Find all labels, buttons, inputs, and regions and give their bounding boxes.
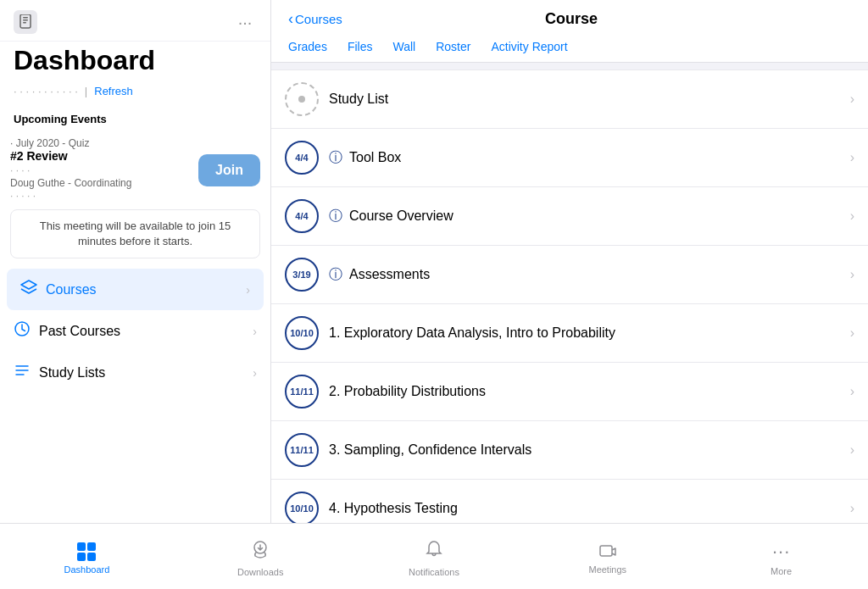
course-list: Study List › 4/4 ⓘ Tool Box › [271, 63, 868, 523]
tab-downloads-label: Downloads [237, 567, 283, 577]
sidebar-nav: Courses › Past Courses › [0, 265, 270, 397]
sidebar-header: ··· [0, 0, 270, 42]
refresh-row: · · · · · · · · · · · | Refresh [0, 83, 270, 104]
meetings-icon [598, 542, 617, 561]
hypothesis-badge: 10/10 [285, 492, 319, 523]
courses-chevron: › [246, 283, 250, 297]
past-courses-chevron: › [253, 325, 257, 338]
tool-box-chevron: › [850, 150, 854, 165]
sidebar-item-study-lists[interactable]: Study Lists › [0, 352, 270, 393]
sampling-badge: 11/11 [285, 433, 319, 467]
main-title: Course [359, 10, 783, 28]
sidebar-item-courses[interactable]: Courses › [7, 269, 264, 310]
exp-data-chevron: › [850, 325, 854, 341]
study-lists-label: Study Lists [39, 365, 105, 381]
assessments-badge: 3/19 [285, 258, 319, 292]
dashboard-title: Dashboard [0, 42, 270, 83]
event-info: · July 2020 - Quiz #2 Review · · · · Dou… [10, 137, 198, 203]
svg-rect-1 [23, 17, 28, 19]
past-courses-label: Past Courses [39, 324, 120, 339]
downloads-icon [251, 540, 270, 564]
list-item-study-list[interactable]: Study List › [271, 69, 868, 129]
assessments-chevron: › [850, 267, 854, 282]
tab-notifications-label: Notifications [409, 567, 459, 577]
sidebar-item-past-courses[interactable]: Past Courses › [0, 310, 270, 352]
study-list-chevron: › [850, 92, 854, 107]
study-list-badge [285, 82, 319, 116]
courses-icon [20, 279, 37, 300]
hypothesis-chevron: › [850, 501, 854, 516]
notifications-icon [425, 540, 443, 564]
tab-roster[interactable]: Roster [436, 35, 470, 62]
refresh-button[interactable]: Refresh [94, 85, 133, 97]
sidebar-app-icon [14, 10, 37, 34]
study-lists-icon [14, 362, 31, 383]
tab-more[interactable]: ··· More [694, 537, 868, 576]
tool-box-info-icon: ⓘ [329, 149, 342, 167]
auto-refresh-label: · · · · · · · · · · · [14, 85, 78, 97]
sidebar-more-icon[interactable]: ··· [233, 10, 257, 34]
svg-rect-19 [600, 546, 612, 556]
list-item-tool-box[interactable]: 4/4 ⓘ Tool Box › [271, 129, 868, 187]
tab-wall[interactable]: Wall [392, 35, 415, 62]
tab-notifications[interactable]: Notifications [348, 536, 521, 577]
list-item-hypothesis[interactable]: 10/10 4. Hypothesis Testing › [271, 480, 868, 523]
separator: | [85, 85, 87, 97]
back-chevron-icon: ‹ [288, 10, 293, 28]
event-row: · July 2020 - Quiz #2 Review · · · · Dou… [0, 137, 270, 206]
course-overview-info-icon: ⓘ [329, 208, 342, 225]
past-courses-icon [14, 320, 31, 342]
list-item-prob-dist[interactable]: 11/11 2. Probability Distributions › [271, 363, 868, 421]
event-dots: · · · · [10, 164, 198, 176]
exp-data-label: 1. Exploratory Data Analysis, Intro to P… [329, 325, 850, 341]
tab-more-label: More [771, 566, 792, 576]
nav-tabs: Grades Files Wall Roster Activity Report [288, 35, 851, 62]
hypothesis-label: 4. Hypothesis Testing [329, 501, 850, 516]
event-name: #2 Review [10, 149, 198, 163]
assessments-info-icon: ⓘ [329, 266, 342, 284]
sampling-chevron: › [850, 442, 854, 458]
tab-grades[interactable]: Grades [288, 35, 327, 62]
assessments-label: Assessments [349, 267, 850, 282]
list-item-assessments[interactable]: 3/19 ⓘ Assessments › [271, 246, 868, 304]
event-notice: This meeting will be available to join 1… [10, 209, 260, 258]
list-item-exp-data[interactable]: 10/10 1. Exploratory Data Analysis, Intr… [271, 304, 868, 363]
study-list-label: Study List [329, 92, 850, 107]
dashboard-icon [77, 542, 96, 561]
back-label: Courses [295, 12, 342, 26]
main-header-top: ‹ Courses Course [288, 0, 851, 35]
prob-dist-label: 2. Probability Distributions [329, 384, 850, 399]
svg-rect-2 [23, 19, 28, 21]
event-host: Doug Guthe - Coordinating [10, 177, 198, 189]
upcoming-events-section: Upcoming Events [0, 104, 270, 137]
tool-box-badge: 4/4 [285, 141, 319, 175]
join-button[interactable]: Join [198, 154, 260, 186]
exp-data-badge: 10/10 [285, 316, 319, 350]
back-button[interactable]: ‹ Courses [288, 10, 342, 28]
prob-dist-chevron: › [850, 384, 854, 399]
tab-bar: Dashboard Downloads Notifications M [0, 523, 868, 589]
prob-dist-badge: 11/11 [285, 375, 319, 408]
upcoming-events-title: Upcoming Events [14, 113, 257, 125]
tab-files[interactable]: Files [348, 35, 373, 62]
main-header: ‹ Courses Course Grades Files Wall Roste… [271, 0, 868, 63]
tab-dashboard[interactable]: Dashboard [0, 539, 174, 575]
tab-meetings-label: Meetings [588, 564, 626, 575]
study-lists-chevron: › [253, 366, 257, 380]
event-date: · July 2020 - Quiz [10, 137, 198, 149]
svg-rect-3 [23, 22, 26, 24]
tab-downloads[interactable]: Downloads [174, 536, 348, 577]
courses-label: Courses [46, 282, 97, 297]
sidebar: ··· Dashboard · · · · · · · · · · · | Re… [0, 0, 271, 523]
course-overview-label: Course Overview [349, 208, 850, 224]
event-host-line2: · · · · · [10, 190, 198, 202]
course-overview-chevron: › [850, 208, 854, 224]
tab-dashboard-label: Dashboard [64, 564, 109, 575]
course-overview-badge: 4/4 [285, 199, 319, 233]
tool-box-label: Tool Box [349, 150, 850, 165]
more-icon: ··· [772, 541, 790, 563]
list-item-course-overview[interactable]: 4/4 ⓘ Course Overview › [271, 187, 868, 246]
tab-meetings[interactable]: Meetings [520, 539, 694, 575]
list-item-sampling[interactable]: 11/11 3. Sampling, Confidence Intervals … [271, 421, 868, 480]
tab-activity-report[interactable]: Activity Report [491, 35, 567, 62]
